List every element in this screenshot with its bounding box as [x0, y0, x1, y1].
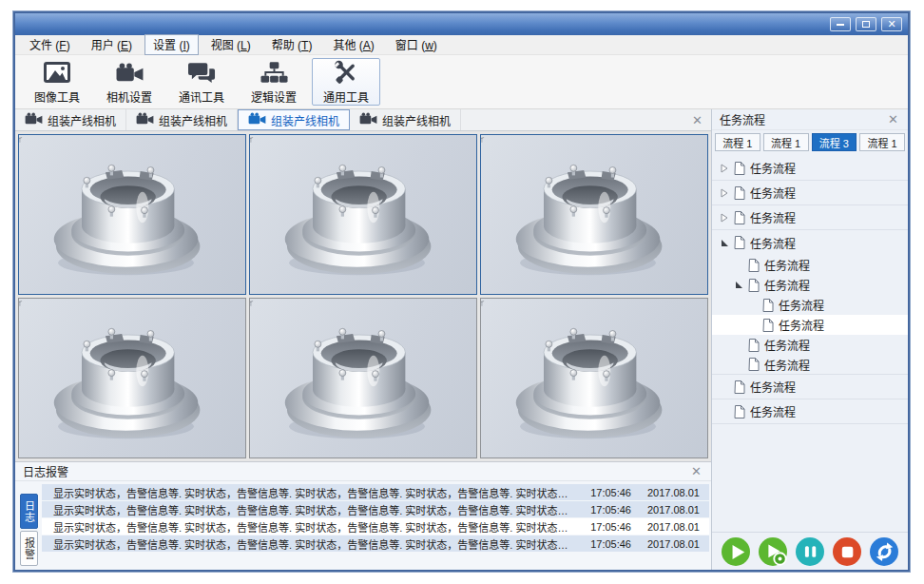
toolbar-button-general-tools[interactable]: 通用工具 — [312, 58, 380, 106]
close-button[interactable]: ✕ — [881, 17, 902, 31]
chat-bubbles-icon — [188, 60, 216, 85]
document-icon — [734, 186, 745, 200]
play-badge-icon — [759, 537, 787, 566]
toolbar-button-label: 通讯工具 — [179, 88, 224, 105]
document-icon — [748, 358, 760, 371]
tree-item-7[interactable]: 任务流程 — [712, 295, 908, 315]
tree-item-11[interactable]: 任务流程 — [712, 375, 908, 399]
tree-item-2[interactable]: 任务流程 — [712, 181, 908, 205]
tree-expander[interactable] — [720, 164, 729, 173]
content: 组装产线相机 组装产线相机 组装产线相机 组装产线相机✕ 日志报警 ✕ 日志报警… — [15, 109, 908, 570]
pause-button[interactable] — [798, 539, 822, 564]
camera-tab-4[interactable]: 组装产线相机 — [350, 109, 461, 130]
log-date: 2017.08.01 — [631, 521, 709, 533]
menu-item-other[interactable]: 其他 (A) — [324, 34, 382, 55]
log-row-3[interactable]: 显示实时状态，告警信息等. 实时状态，告警信息等. 实时状态，告警信息等. 实时… — [42, 518, 709, 535]
run-once-button[interactable] — [760, 539, 785, 564]
menu-item-window[interactable]: 窗口 (w) — [387, 34, 446, 55]
tree-item-12[interactable]: 任务流程 — [712, 399, 908, 424]
tree-item-9[interactable]: 任务流程 — [712, 335, 908, 355]
tree-item-3[interactable]: 任务流程 — [712, 205, 908, 230]
camera-tab-label: 组装产线相机 — [159, 112, 227, 128]
task-tab-4[interactable]: 流程 1 — [859, 133, 905, 151]
camera-tab-3[interactable]: 组装产线相机 — [238, 109, 350, 130]
camera-grid — [15, 131, 711, 461]
tree-item-8[interactable]: 任务流程 — [712, 315, 908, 335]
tree-item-label: 任务流程 — [779, 297, 824, 313]
run-button[interactable] — [723, 539, 748, 564]
log-panel-header: 日志报警 ✕ — [15, 462, 711, 481]
toolbar-button-logic-settings[interactable]: 逻辑设置 — [240, 58, 308, 106]
camera-cell-4[interactable] — [18, 298, 246, 458]
tree-item-10[interactable]: 任务流程 — [712, 355, 908, 375]
sync-button[interactable] — [872, 539, 896, 564]
menu-item-settings[interactable]: 设置 (I) — [144, 34, 199, 55]
camera-tabbar-close-icon[interactable]: ✕ — [683, 113, 711, 127]
stop-button[interactable] — [835, 539, 859, 564]
tree-item-label: 任务流程 — [764, 357, 810, 373]
video-camera-icon — [25, 112, 43, 127]
tree-expander[interactable] — [720, 188, 729, 198]
tree-item-label: 任务流程 — [750, 185, 796, 201]
log-side-tab-log[interactable]: 日志 — [20, 494, 38, 529]
camera-cell-6[interactable] — [480, 298, 708, 458]
log-time: 17:05:46 — [574, 521, 631, 533]
task-tab-2[interactable]: 流程 1 — [763, 133, 809, 151]
tree-item-5[interactable]: 任务流程 — [712, 255, 908, 275]
log-row-2[interactable]: 显示实时状态，告警信息等. 实时状态，告警信息等. 实时状态，告警信息等. 实时… — [42, 501, 709, 517]
tree-expander[interactable] — [734, 281, 743, 289]
tree-item-6[interactable]: 任务流程 — [712, 275, 908, 295]
tree-item-label: 任务流程 — [750, 379, 796, 395]
document-icon — [734, 162, 745, 175]
task-panel: 任务流程 ✕ 流程 1流程 1流程 3流程 1 任务流程 任务流程 任务流程 — [712, 109, 908, 570]
part-image — [250, 135, 476, 294]
camera-tab-2[interactable]: 组装产线相机 — [126, 109, 238, 130]
log-message: 显示实时状态，告警信息等. 实时状态，告警信息等. 实时状态，告警信息等. 实时… — [42, 485, 574, 500]
menu-item-file[interactable]: 文件 (F) — [21, 34, 79, 55]
log-body: 日志报警 显示实时状态，告警信息等. 实时状态，告警信息等. 实时状态，告警信息… — [15, 481, 711, 570]
minimize-button[interactable] — [830, 17, 851, 31]
menu-item-view[interactable]: 视图 (L) — [202, 34, 260, 55]
toolbar-button-label: 相机设置 — [106, 88, 152, 105]
log-row-4[interactable]: 显示实时状态，告警信息等. 实时状态，告警信息等. 实时状态，告警信息等. 实时… — [42, 535, 709, 552]
log-row-1[interactable]: 显示实时状态，告警信息等. 实时状态，告警信息等. 实时状态，告警信息等. 实时… — [42, 484, 709, 500]
document-icon — [734, 380, 745, 394]
expander-expanded-icon — [721, 239, 729, 247]
tree-item-label: 任务流程 — [764, 277, 810, 293]
toolbar-button-camera-settings[interactable]: 相机设置 — [95, 58, 164, 106]
toolbar-button-communication-tools[interactable]: 通讯工具 — [167, 58, 236, 106]
log-side-tab-alarm[interactable]: 报警 — [20, 531, 38, 566]
camera-cell-5[interactable] — [249, 298, 477, 458]
task-panel-close-icon[interactable]: ✕ — [886, 112, 900, 127]
camera-cell-1[interactable] — [18, 134, 246, 295]
part-image — [19, 299, 245, 457]
task-tab-1[interactable]: 流程 1 — [715, 133, 760, 151]
wrench-screwdriver-icon — [334, 60, 359, 85]
toolbar-button-image-tools[interactable]: 图像工具 — [23, 58, 91, 106]
camera-cell-3[interactable] — [480, 134, 708, 295]
maximize-button[interactable] — [856, 17, 876, 31]
expander-collapsed-icon — [721, 164, 728, 173]
tree-item-label: 任务流程 — [750, 235, 796, 251]
pause-icon — [796, 537, 824, 566]
log-message: 显示实时状态，告警信息等. 实时状态，告警信息等. 实时状态，告警信息等. 实时… — [42, 536, 574, 552]
task-panel-title: 任务流程 — [720, 111, 765, 127]
camera-tab-1[interactable]: 组装产线相机 — [15, 109, 126, 130]
tree-expander[interactable] — [720, 213, 729, 223]
menu-item-help[interactable]: 帮助 (T) — [263, 34, 321, 55]
log-time: 17:05:46 — [574, 504, 631, 516]
log-date: 2017.08.01 — [631, 487, 709, 498]
camera-tab-label: 组装产线相机 — [382, 112, 451, 128]
tree-item-1[interactable]: 任务流程 — [712, 156, 908, 181]
flowchart-icon — [260, 60, 288, 85]
log-close-icon[interactable]: ✕ — [689, 464, 703, 478]
tree-item-label: 任务流程 — [764, 337, 810, 353]
tree-expander[interactable] — [720, 239, 729, 247]
toolbar-button-label: 图像工具 — [34, 88, 80, 105]
task-tab-3[interactable]: 流程 3 — [812, 133, 857, 151]
tree-item-4[interactable]: 任务流程 — [712, 230, 908, 255]
toolbar: 图像工具 相机设置 通讯工具 逻辑设置 通用工具 — [15, 55, 908, 109]
menu-item-user[interactable]: 用户 (E) — [83, 34, 141, 55]
camera-cell-2[interactable] — [249, 134, 477, 295]
camera-tab-label: 组装产线相机 — [271, 112, 339, 128]
